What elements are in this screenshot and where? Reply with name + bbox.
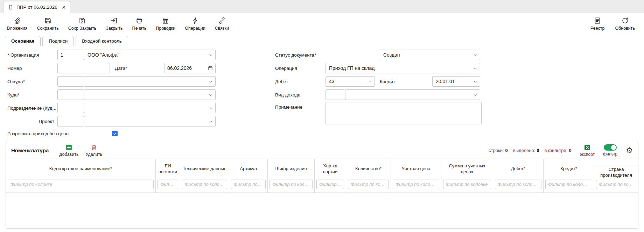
project-row: Проект bbox=[7, 115, 216, 128]
grid-column-4: Артикул bbox=[229, 159, 268, 193]
registry-button[interactable]: Реестр bbox=[590, 17, 605, 31]
allow-no-price-label: Разрешить приход без цены bbox=[7, 131, 112, 136]
division-label: Подразделение (Куд... bbox=[7, 106, 57, 111]
add-row-label: Добавить bbox=[59, 152, 78, 157]
to-label: Куда* bbox=[7, 92, 57, 97]
division-select[interactable] bbox=[84, 103, 216, 113]
grid-column-11: Кредит* bbox=[544, 159, 594, 193]
from-select[interactable] bbox=[84, 76, 216, 87]
grid-column-8: Учетная цена bbox=[391, 159, 441, 193]
debit-credit-row: Дебет 43 Кредит 20.01.01 bbox=[275, 75, 482, 88]
column-header[interactable]: Дебет* bbox=[493, 159, 543, 179]
debit-label: Дебет bbox=[275, 79, 326, 84]
save-button[interactable]: Сохранить bbox=[37, 17, 59, 31]
column-header[interactable]: Количество* bbox=[346, 159, 391, 179]
column-header[interactable]: Учетная цена bbox=[391, 159, 441, 179]
organization-label: * Организация bbox=[7, 52, 57, 58]
column-filter-input[interactable] bbox=[231, 180, 266, 189]
excel-export-icon bbox=[584, 144, 591, 151]
income-type-code-input[interactable] bbox=[326, 89, 345, 100]
debit-select[interactable]: 43 bbox=[326, 76, 375, 87]
delete-row-button[interactable]: Удалить bbox=[85, 144, 102, 157]
date-field[interactable] bbox=[164, 63, 216, 73]
credit-select[interactable]: 20.01.01 bbox=[432, 76, 480, 87]
column-header[interactable]: Хар-ка партии bbox=[315, 159, 346, 179]
column-header[interactable]: Артикул bbox=[229, 159, 267, 179]
note-textarea[interactable] bbox=[326, 102, 482, 124]
column-header-top-strip bbox=[594, 159, 638, 166]
tab-signatures[interactable]: Подписи bbox=[42, 36, 74, 46]
division-code-input[interactable] bbox=[57, 103, 84, 113]
to-select[interactable] bbox=[84, 89, 216, 100]
column-filter-input[interactable] bbox=[158, 180, 178, 189]
save-close-icon bbox=[78, 17, 86, 24]
status-select[interactable]: Создан bbox=[380, 50, 480, 60]
filter-toggle[interactable] bbox=[604, 144, 617, 151]
close-button[interactable]: Закрыть bbox=[106, 17, 122, 31]
postings-button[interactable]: Проводки bbox=[156, 17, 175, 31]
column-filter-input[interactable] bbox=[443, 180, 491, 189]
status-row: Статус документа* Создан bbox=[275, 48, 482, 61]
allow-no-price-checkbox[interactable] bbox=[112, 131, 118, 136]
print-label: Печать bbox=[132, 26, 147, 31]
grid-column-7: Количество* bbox=[346, 159, 391, 193]
links-button[interactable]: Связки bbox=[215, 17, 229, 31]
grid-column-10: Дебет* bbox=[493, 159, 544, 193]
income-type-select[interactable] bbox=[345, 89, 480, 100]
column-filter-input[interactable] bbox=[270, 180, 313, 189]
project-select[interactable] bbox=[84, 116, 216, 126]
column-filter-input[interactable] bbox=[182, 180, 227, 189]
tab-main[interactable]: Основная bbox=[5, 36, 41, 46]
chevron-down-icon bbox=[473, 79, 478, 84]
grid-column-12: Страна производителя bbox=[594, 159, 638, 193]
print-button[interactable]: Печать bbox=[132, 17, 147, 31]
form-right-column: Статус документа* Создан Операция Приход… bbox=[275, 48, 482, 115]
column-filter-input[interactable] bbox=[545, 180, 592, 189]
tab-input-control[interactable]: Входной контроль bbox=[76, 36, 128, 46]
attachments-button[interactable]: Вложения bbox=[7, 17, 28, 31]
grid-column-2: ЕИ поставки bbox=[156, 159, 180, 193]
column-header[interactable]: ЕИ поставки bbox=[156, 159, 180, 179]
save-close-button[interactable]: Сохр.Закрыть bbox=[68, 17, 97, 31]
column-header[interactable]: Код и краткое наименование* bbox=[6, 159, 155, 179]
operation-select[interactable]: Приход ГП на склад bbox=[326, 63, 480, 73]
grid-column-3: Технические данные bbox=[180, 159, 229, 193]
gear-icon[interactable]: ⚙ bbox=[626, 147, 633, 154]
column-header[interactable]: Страна производителя bbox=[594, 166, 638, 179]
to-code-input[interactable] bbox=[57, 89, 84, 100]
close-tab-icon[interactable]: × bbox=[62, 4, 66, 10]
organization-select[interactable]: ООО "Альфа" bbox=[84, 50, 216, 60]
postings-label: Проводки bbox=[156, 26, 175, 31]
column-filter-input[interactable] bbox=[495, 180, 541, 189]
organization-code-input[interactable] bbox=[57, 50, 84, 60]
export-button[interactable]: экспорт bbox=[580, 144, 595, 157]
operations-button[interactable]: Операции bbox=[185, 17, 205, 31]
status-value: Создан bbox=[383, 52, 400, 58]
operation-row: Операция Приход ГП на склад bbox=[275, 61, 482, 75]
from-code-input[interactable] bbox=[57, 76, 84, 87]
refresh-button[interactable]: Обновить bbox=[615, 17, 635, 31]
column-filter-input[interactable] bbox=[348, 180, 389, 189]
document-tab[interactable]: ППР от 06.02.2026 × bbox=[3, 1, 70, 13]
to-row: Куда* bbox=[7, 88, 216, 101]
grid-column-6: Хар-ка партии bbox=[315, 159, 346, 193]
column-header[interactable]: Сумма в учетных ценах bbox=[441, 159, 493, 179]
column-filter-input[interactable] bbox=[596, 180, 636, 189]
project-code-input[interactable] bbox=[57, 116, 84, 126]
calendar-icon[interactable] bbox=[208, 65, 213, 71]
column-filter-input[interactable] bbox=[8, 180, 154, 189]
column-header[interactable]: Кредит* bbox=[544, 159, 594, 179]
toolbar-right: РеестрОбновить bbox=[590, 17, 635, 31]
debit-value: 43 bbox=[329, 79, 335, 84]
selected-count: выделено:0 bbox=[513, 148, 539, 153]
filter-toggle-group[interactable]: фильтр bbox=[603, 144, 617, 157]
column-filter-input[interactable] bbox=[393, 180, 439, 189]
column-header[interactable]: Шифр изделия bbox=[268, 159, 314, 179]
export-label: экспорт bbox=[580, 152, 595, 157]
column-header[interactable]: Технические данные bbox=[180, 159, 229, 179]
column-filter-input[interactable] bbox=[316, 180, 344, 189]
save-icon bbox=[44, 17, 52, 24]
number-input[interactable] bbox=[57, 63, 110, 73]
lightning-icon bbox=[191, 17, 199, 24]
add-row-button[interactable]: Добавить bbox=[59, 144, 78, 157]
